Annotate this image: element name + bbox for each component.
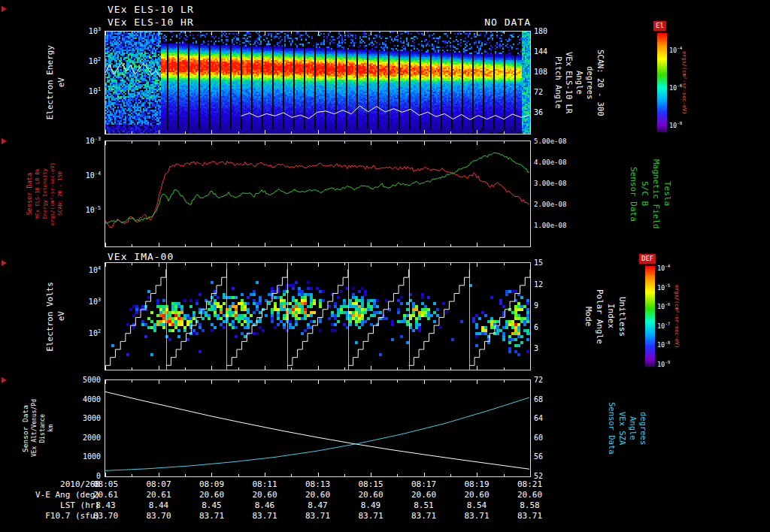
row-label: F10.7 (sfu) — [0, 511, 100, 521]
y-tick-label: 1.00e-08 — [534, 221, 566, 230]
y-tick-label: 12 — [534, 280, 543, 289]
time-tick-label: 08:11 — [248, 479, 282, 489]
axis-title-line: VEx SZA — [618, 412, 627, 445]
y-tick-label: 3000 — [83, 414, 101, 423]
axis-title-line: VEx ELS-10 LR — [565, 52, 574, 113]
row-value: 8.45 — [195, 500, 229, 510]
axis-title-line: Electron Volts — [45, 282, 55, 352]
axis-title-line: Polar Angle — [595, 289, 605, 344]
row-value: 8.58 — [513, 500, 547, 510]
y-tick-label: 3 — [534, 344, 538, 353]
y-tick-label: 4.00e-08 — [534, 158, 566, 167]
time-tick-label: 08:19 — [460, 479, 494, 489]
els-colorbar-title: El — [653, 21, 666, 31]
axis-title-line: Sensor Data — [21, 405, 29, 452]
row-value: 83.70 — [142, 511, 176, 521]
els-y-ticks: 103102101 — [66, 27, 101, 96]
ancillary-table: V-E Ang (deg)20.6120.6120.6020.6020.6020… — [0, 490, 770, 521]
els-right-ticks: 1801441087236 — [534, 27, 552, 117]
intensity-bfield-canvas — [105, 141, 530, 246]
row-value: 83.71 — [301, 511, 335, 521]
row-values: 8.438.448.458.468.478.498.518.548.58 — [89, 500, 547, 510]
intensity-y-axis-title: Sensor DataVEx ELS-10 LR BkEnergy Intens… — [26, 140, 63, 248]
row-value: 83.71 — [407, 511, 441, 521]
y-tick-label: 104 — [89, 266, 101, 275]
altitude-y-ticks: 500040003000200010000 — [66, 376, 101, 481]
axis-title-line: VEx ELS-10 LR Bk — [35, 168, 41, 219]
colorbar-tick-label: 10-7 — [657, 322, 670, 330]
altitude-sza-canvas — [105, 380, 530, 476]
axis-title-line: degrees — [586, 66, 595, 99]
y-tick-label: 9 — [534, 301, 538, 310]
axis-title-line: Electron Energy — [45, 45, 55, 119]
ancillary-data-row: F10.7 (sfu)83.7083.7083.7183.7183.7183.7… — [0, 511, 770, 521]
axis-title-line: VEx Alt/Venus/Pd — [31, 399, 38, 457]
panel-marker-arrow — [2, 260, 7, 266]
row-value: 20.61 — [142, 490, 176, 500]
no-data-label: NO DATA — [421, 17, 531, 28]
axis-title-line: S/C B — [640, 181, 650, 206]
row-value: 20.60 — [248, 490, 282, 500]
els-spectrogram-canvas — [105, 32, 530, 134]
row-value: 83.71 — [460, 511, 494, 521]
axis-title-line: ergs/(cm²-sr-sec-eV) — [50, 162, 56, 225]
axis-title-line: eV — [56, 311, 66, 321]
y-tick-label: 10-3 — [86, 137, 101, 146]
els-right-axis-title: Pitch AngleVEx ELS-10 LRAngledegreesSCAN… — [554, 32, 605, 134]
y-tick-label: 5000 — [83, 376, 101, 385]
y-tick-label: 72 — [534, 88, 543, 97]
row-value: 8.44 — [142, 500, 176, 510]
y-tick-label: 180 — [534, 27, 547, 36]
y-tick-label: 103 — [89, 27, 101, 36]
axis-title-line: Energy Intensity — [42, 168, 48, 219]
row-value: 20.60 — [195, 490, 229, 500]
sza-right-axis-title: Sensor DataVEx SZAAngledegrees — [608, 380, 648, 476]
row-value: 83.71 — [248, 511, 282, 521]
ima-y-axis-title: Electron VoltseV — [45, 263, 66, 370]
axis-title-line: Distance — [39, 414, 46, 443]
panel-title-ima: VEx IMA-00 — [108, 251, 174, 262]
row-value: 8.54 — [460, 500, 494, 510]
colorbar-tick-label: 10-8 — [657, 341, 670, 349]
y-tick-label: 103 — [89, 298, 101, 307]
panel-marker-arrow — [2, 6, 7, 12]
altitude-y-axis-title: Sensor DataVEx Alt/Venus/PdDistancekm — [21, 380, 54, 476]
panel-marker-arrow — [2, 138, 7, 144]
bfield-right-ticks: 5.00e-084.00e-083.00e-082.00e-081.00e-08 — [534, 137, 578, 230]
els-colorbar — [657, 33, 667, 132]
axis-title-line: Angle — [575, 71, 584, 95]
row-value: 8.49 — [354, 500, 388, 510]
y-tick-label: 68 — [534, 395, 543, 404]
row-value: 83.71 — [513, 511, 547, 521]
axis-title-line: Unitless — [617, 297, 627, 337]
ancillary-data-row: V-E Ang (deg)20.6120.6120.6020.6020.6020… — [0, 490, 770, 500]
row-values: 20.6120.6120.6020.6020.6020.6020.6020.60… — [89, 490, 547, 500]
colorbar-tick-label: 10-4 — [657, 264, 670, 272]
els-colorbar-ticks: 10-410-610-8 — [669, 47, 692, 129]
colorbar-tick-label: 10-6 — [657, 303, 670, 310]
time-axis: 08:0508:0708:0908:1108:1308:1508:1708:19… — [89, 479, 547, 489]
row-value: 83.70 — [89, 511, 123, 521]
row-value: 8.51 — [407, 500, 441, 510]
row-label: V-E Ang (deg) — [0, 490, 100, 500]
y-tick-label: 102 — [89, 57, 101, 66]
row-value: 20.60 — [460, 490, 494, 500]
time-tick-label: 08:15 — [354, 479, 388, 489]
row-value: 20.60 — [513, 490, 547, 500]
els-y-axis-title: Electron EnergyeV — [45, 32, 66, 134]
row-value: 20.61 — [89, 490, 123, 500]
ima-colorbar-units: ergs/(cm²-sr-sec-eV) — [674, 266, 680, 367]
y-tick-label: 64 — [534, 414, 543, 423]
ima-colorbar — [645, 266, 655, 367]
time-tick-label: 08:05 — [89, 479, 123, 489]
vex-plot-window: VEx ELS-10 LR VEx ELS-10 HR NO DATA Elec… — [0, 0, 770, 532]
intensity-bfield-panel — [105, 141, 531, 247]
altitude-sza-panel — [105, 379, 531, 477]
time-tick-label: 08:07 — [142, 479, 176, 489]
ima-colorbar-title: DEF — [639, 254, 656, 264]
y-tick-label: 144 — [534, 47, 547, 56]
axis-title-line: Magnetic Field — [651, 159, 661, 229]
ima-spectrogram-panel — [105, 262, 531, 370]
axis-title-line: SCAN: 20 - 150 — [57, 171, 63, 216]
row-value: 20.60 — [301, 490, 335, 500]
